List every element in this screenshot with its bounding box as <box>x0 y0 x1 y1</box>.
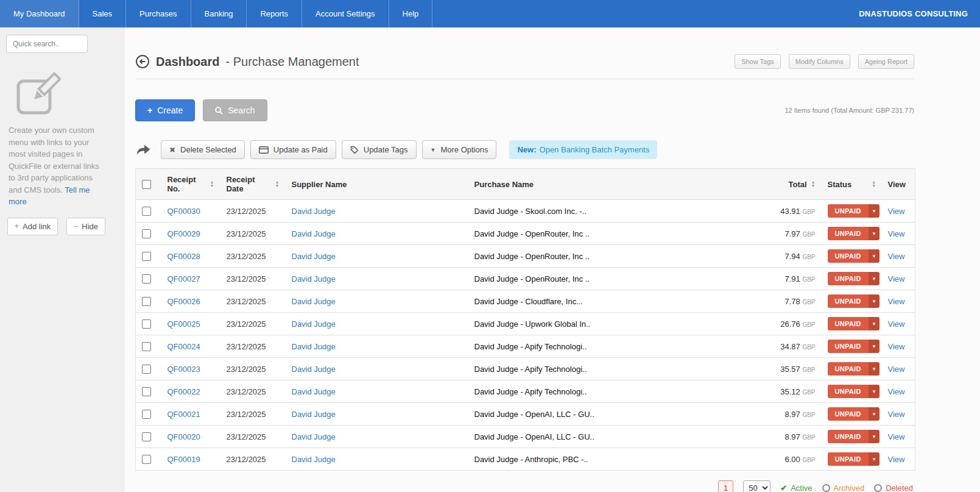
row-checkbox[interactable] <box>142 387 151 396</box>
status-caret-icon[interactable]: ▾ <box>869 272 880 285</box>
sort-receipt-date-icon[interactable] <box>275 180 280 188</box>
more-options-button[interactable]: ▼ More Options <box>422 140 497 159</box>
row-checkbox[interactable] <box>142 297 151 306</box>
nav-item-purchases[interactable]: Purchases <box>126 0 191 27</box>
open-banking-banner[interactable]: New: Open Banking Batch Payments <box>509 140 657 159</box>
status-badge[interactable]: UNPAID ▾ <box>828 362 880 376</box>
status-caret-icon[interactable]: ▾ <box>869 317 880 330</box>
update-as-paid-button[interactable]: Update as Paid <box>250 140 336 159</box>
supplier-link[interactable]: David Judge <box>292 274 336 283</box>
sort-receipt-no-icon[interactable] <box>210 180 214 188</box>
supplier-link[interactable]: David Judge <box>292 207 336 216</box>
sort-total-icon[interactable] <box>811 180 816 188</box>
receipt-no-link[interactable]: QF00019 <box>167 455 200 464</box>
status-badge[interactable]: UNPAID ▾ <box>828 249 880 263</box>
view-link[interactable]: View <box>888 229 905 238</box>
row-checkbox[interactable] <box>142 365 151 374</box>
show-tags-button[interactable]: Show Tags <box>735 54 781 69</box>
status-badge[interactable]: UNPAID ▾ <box>828 430 880 443</box>
nav-item-reports[interactable]: Reports <box>247 0 302 27</box>
supplier-link[interactable]: David Judge <box>292 342 336 351</box>
view-link[interactable]: View <box>888 342 905 351</box>
view-link[interactable]: View <box>888 432 905 441</box>
view-link[interactable]: View <box>888 410 905 419</box>
supplier-link[interactable]: David Judge <box>292 365 336 374</box>
supplier-link[interactable]: David Judge <box>292 410 336 419</box>
pagination-page-1[interactable]: 1 <box>718 480 733 492</box>
view-link[interactable]: View <box>888 365 905 374</box>
delete-selected-button[interactable]: ✖ Delete Selected <box>161 140 245 159</box>
row-checkbox[interactable] <box>142 410 151 419</box>
receipt-no-link[interactable]: QF00026 <box>167 297 200 306</box>
view-link[interactable]: View <box>888 319 905 329</box>
supplier-link[interactable]: David Judge <box>292 432 336 441</box>
filter-archived[interactable]: Archived <box>822 483 865 492</box>
receipt-no-link[interactable]: QF00024 <box>167 342 200 351</box>
status-badge[interactable]: UNPAID ▾ <box>828 204 880 218</box>
status-caret-icon[interactable]: ▾ <box>869 430 880 443</box>
supplier-link[interactable]: David Judge <box>292 319 336 329</box>
search-button[interactable]: Search <box>203 99 267 121</box>
row-checkbox[interactable] <box>142 342 151 351</box>
sort-status-icon[interactable] <box>872 180 876 188</box>
filter-active[interactable]: ✔ Active <box>780 483 812 492</box>
supplier-link[interactable]: David Judge <box>292 455 336 464</box>
nav-item-my-dashboard[interactable]: My Dashboard <box>0 0 79 27</box>
update-tags-button[interactable]: Update Tags <box>342 140 417 159</box>
row-checkbox[interactable] <box>142 319 151 329</box>
add-link-button[interactable]: + Add link <box>7 218 58 235</box>
receipt-no-link[interactable]: QF00029 <box>167 229 200 238</box>
view-link[interactable]: View <box>888 387 905 396</box>
view-link[interactable]: View <box>888 297 905 306</box>
status-badge[interactable]: UNPAID ▾ <box>828 294 880 308</box>
view-link[interactable]: View <box>888 274 905 283</box>
view-link[interactable]: View <box>888 207 905 216</box>
status-badge[interactable]: UNPAID ▾ <box>828 227 880 240</box>
nav-item-sales[interactable]: Sales <box>79 0 127 27</box>
quick-search-input[interactable] <box>6 35 88 53</box>
receipt-no-link[interactable]: QF00021 <box>167 410 200 419</box>
supplier-link[interactable]: David Judge <box>292 252 336 261</box>
status-badge[interactable]: UNPAID ▾ <box>828 452 880 466</box>
view-link[interactable]: View <box>888 455 905 464</box>
nav-item-help[interactable]: Help <box>389 0 433 27</box>
receipt-no-link[interactable]: QF00030 <box>167 207 200 216</box>
status-caret-icon[interactable]: ▾ <box>869 249 880 263</box>
status-caret-icon[interactable]: ▾ <box>869 227 880 240</box>
status-caret-icon[interactable]: ▾ <box>869 340 880 353</box>
hide-button[interactable]: − Hide <box>66 218 105 235</box>
row-checkbox[interactable] <box>142 432 151 441</box>
receipt-no-link[interactable]: QF00022 <box>167 387 200 396</box>
create-button[interactable]: + Create <box>135 99 195 121</box>
status-badge[interactable]: UNPAID ▾ <box>828 340 880 353</box>
page-size-select[interactable]: 50 <box>743 480 770 492</box>
status-badge[interactable]: UNPAID ▾ <box>828 385 880 398</box>
nav-item-banking[interactable]: Banking <box>191 0 247 27</box>
status-caret-icon[interactable]: ▾ <box>869 204 880 218</box>
supplier-link[interactable]: David Judge <box>292 297 336 306</box>
supplier-link[interactable]: David Judge <box>292 229 336 238</box>
view-link[interactable]: View <box>888 252 905 261</box>
status-caret-icon[interactable]: ▾ <box>869 407 880 421</box>
status-caret-icon[interactable]: ▾ <box>869 362 880 376</box>
receipt-no-link[interactable]: QF00027 <box>167 274 200 283</box>
receipt-no-link[interactable]: QF00020 <box>167 432 200 441</box>
status-caret-icon[interactable]: ▾ <box>869 294 880 308</box>
row-checkbox[interactable] <box>142 229 151 238</box>
row-checkbox[interactable] <box>142 252 151 261</box>
filter-deleted[interactable]: Deleted <box>874 483 913 492</box>
ageing-report-button[interactable]: Ageing Report <box>858 54 914 69</box>
select-all-checkbox[interactable] <box>142 180 151 189</box>
status-badge[interactable]: UNPAID ▾ <box>828 317 880 330</box>
status-badge[interactable]: UNPAID ▾ <box>828 407 880 421</box>
receipt-no-link[interactable]: QF00028 <box>167 252 200 261</box>
status-caret-icon[interactable]: ▾ <box>869 385 880 398</box>
modify-columns-button[interactable]: Modify Columns <box>789 54 850 69</box>
receipt-no-link[interactable]: QF00025 <box>167 319 200 329</box>
nav-item-account-settings[interactable]: Account Settings <box>302 0 389 27</box>
row-checkbox[interactable] <box>142 455 151 464</box>
supplier-link[interactable]: David Judge <box>292 387 336 396</box>
status-caret-icon[interactable]: ▾ <box>869 452 880 466</box>
row-checkbox[interactable] <box>142 274 151 283</box>
receipt-no-link[interactable]: QF00023 <box>167 365 200 374</box>
